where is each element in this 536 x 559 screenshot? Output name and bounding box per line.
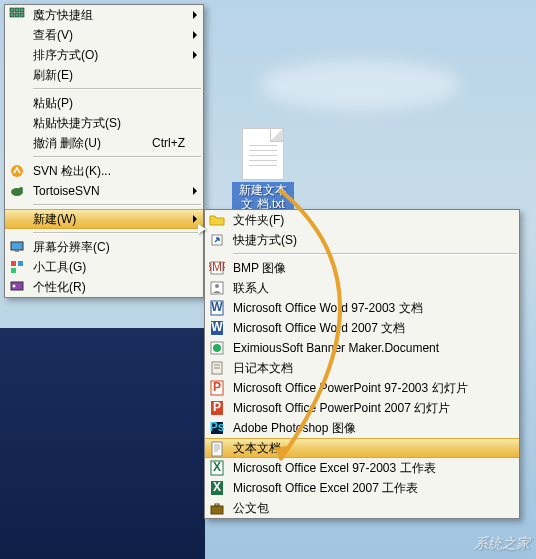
menu-item-label: 文本文档 (233, 440, 501, 457)
svg-rect-4 (15, 13, 19, 17)
context-menu-new-submenu[interactable]: 文件夹(F)快捷方式(S)BMPBMP 图像联系人WMicrosoft Offi… (204, 209, 520, 519)
main-menu-item-0[interactable]: 魔方快捷组 (5, 5, 203, 25)
main-menu-item-2[interactable]: 排序方式(O) (5, 45, 203, 65)
menu-item-label: 日记本文档 (233, 360, 501, 377)
svg-point-20 (215, 284, 219, 288)
submenu-arrow-icon (193, 187, 197, 195)
sub-menu-item-12[interactable]: 文本文档 (205, 438, 519, 458)
ppt97-icon: P (209, 380, 225, 396)
sub-menu-item-15[interactable]: 公文包 (205, 498, 519, 518)
main-menu-item-6[interactable]: 粘贴快捷方式(S) (5, 113, 203, 133)
menu-item-label: Microsoft Office Word 2007 文档 (233, 320, 501, 337)
main-menu-item-16[interactable]: 个性化(R) (5, 277, 203, 297)
menu-item-label: 魔方快捷组 (33, 7, 185, 24)
sub-menu-item-8[interactable]: 日记本文档 (205, 358, 519, 378)
menu-item-label: Microsoft Office Word 97-2003 文档 (233, 300, 501, 317)
svg-rect-3 (10, 13, 14, 17)
main-menu-item-3[interactable]: 刷新(E) (5, 65, 203, 85)
menu-item-label: 文件夹(F) (233, 212, 501, 229)
submenu-arrow-icon (193, 11, 197, 19)
main-menu-item-15[interactable]: 小工具(G) (5, 257, 203, 277)
svg-rect-9 (11, 242, 23, 250)
menu-separator (33, 232, 201, 234)
main-menu-item-7[interactable]: 撤消 删除(U)Ctrl+Z (5, 133, 203, 153)
svg-rect-45 (211, 506, 223, 514)
sub-menu-item-13[interactable]: XMicrosoft Office Excel 97-2003 工作表 (205, 458, 519, 478)
ps-icon: Ps (209, 420, 225, 436)
menu-item-label: TortoiseSVN (33, 184, 185, 198)
personalize-icon (9, 279, 25, 295)
svg-text:X: X (213, 480, 221, 494)
menu-item-label: 粘贴快捷方式(S) (33, 115, 185, 132)
menu-item-label: Adobe Photoshop 图像 (233, 420, 501, 437)
sub-menu-item-9[interactable]: PMicrosoft Office PowerPoint 97-2003 幻灯片 (205, 378, 519, 398)
menu-item-label: 粘贴(P) (33, 95, 185, 112)
sub-menu-item-10[interactable]: PMicrosoft Office PowerPoint 2007 幻灯片 (205, 398, 519, 418)
menu-item-label: Microsoft Office Excel 2007 工作表 (233, 480, 501, 497)
svg-text:P: P (213, 380, 221, 394)
menu-separator (33, 204, 201, 206)
sub-menu-item-14[interactable]: XMicrosoft Office Excel 2007 工作表 (205, 478, 519, 498)
menu-separator (33, 156, 201, 158)
svg-point-15 (13, 285, 16, 288)
bmp-icon: BMP (209, 260, 225, 276)
blank-icon (9, 135, 25, 151)
menu-item-shortcut: Ctrl+Z (152, 136, 185, 150)
menu-separator (233, 253, 517, 255)
tortoise-icon (9, 183, 25, 199)
sub-menu-item-7[interactable]: EximiousSoft Banner Maker.Document (205, 338, 519, 358)
grid-icon (9, 7, 25, 23)
menu-item-label: 公文包 (233, 500, 501, 517)
submenu-arrow-icon (193, 215, 197, 223)
menu-item-label: 屏幕分辨率(C) (33, 239, 185, 256)
menu-item-label: Microsoft Office PowerPoint 2007 幻灯片 (233, 400, 501, 417)
folder-icon (209, 212, 225, 228)
word97-icon: W (209, 300, 225, 316)
blank-icon (9, 95, 25, 111)
svg-text:X: X (213, 460, 221, 474)
watermark-text: 系统之家 (474, 535, 530, 553)
main-menu-item-12[interactable]: 新建(W) (5, 209, 203, 229)
sub-menu-item-11[interactable]: PsAdobe Photoshop 图像 (205, 418, 519, 438)
main-menu-item-1[interactable]: 查看(V) (5, 25, 203, 45)
svg-text:W: W (211, 300, 223, 314)
svg-rect-12 (18, 261, 23, 266)
submenu-arrow-icon (193, 31, 197, 39)
context-menu-main[interactable]: 魔方快捷组查看(V)排序方式(O)刷新(E)粘贴(P)粘贴快捷方式(S)撤消 删… (4, 4, 204, 298)
menu-item-label: 查看(V) (33, 27, 185, 44)
main-menu-item-14[interactable]: 屏幕分辨率(C) (5, 237, 203, 257)
menu-item-label: 联系人 (233, 280, 501, 297)
sub-menu-item-3[interactable]: BMPBMP 图像 (205, 258, 519, 278)
svg-rect-0 (10, 8, 14, 12)
menu-item-label: Microsoft Office PowerPoint 97-2003 幻灯片 (233, 380, 501, 397)
svg-rect-46 (215, 504, 219, 506)
svg-text:W: W (211, 320, 223, 334)
exim-icon (209, 340, 225, 356)
menu-item-label: 刷新(E) (33, 67, 185, 84)
menu-item-label: EximiousSoft Banner Maker.Document (233, 341, 501, 355)
sub-menu-item-5[interactable]: WMicrosoft Office Word 97-2003 文档 (205, 298, 519, 318)
sub-menu-item-0[interactable]: 文件夹(F) (205, 210, 519, 230)
main-menu-item-10[interactable]: TortoiseSVN (5, 181, 203, 201)
main-menu-item-5[interactable]: 粘贴(P) (5, 93, 203, 113)
svn-icon (9, 163, 25, 179)
sub-menu-item-4[interactable]: 联系人 (205, 278, 519, 298)
desktop-file-icon[interactable]: 新建文本文 档.txt (232, 128, 294, 213)
shortcut-icon (209, 232, 225, 248)
blank-icon (9, 212, 25, 228)
blank-icon (9, 47, 25, 63)
svg-rect-5 (20, 13, 24, 17)
xls-icon: X (209, 480, 225, 496)
sub-menu-item-1[interactable]: 快捷方式(S) (205, 230, 519, 250)
main-menu-item-9[interactable]: SVN 检出(K)... (5, 161, 203, 181)
briefcase-icon (209, 500, 225, 516)
desktop-lower-region (0, 328, 205, 559)
svg-point-8 (19, 187, 23, 191)
svg-rect-11 (11, 261, 16, 266)
blank-icon (9, 67, 25, 83)
diary-icon (209, 360, 225, 376)
svg-text:Ps: Ps (210, 420, 225, 434)
menu-item-label: 小工具(G) (33, 259, 185, 276)
sub-menu-item-6[interactable]: WMicrosoft Office Word 2007 文档 (205, 318, 519, 338)
ppt-icon: P (209, 400, 225, 416)
